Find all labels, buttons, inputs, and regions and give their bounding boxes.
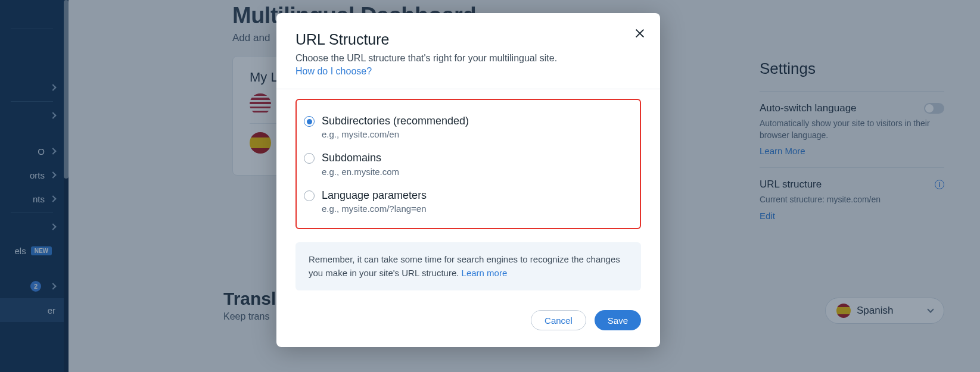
radio-label: Subdomains xyxy=(322,151,399,165)
radio-icon xyxy=(304,190,315,201)
radio-example: e.g., en.mysite.com xyxy=(322,167,399,177)
radio-example: e.g., mysite.com/en xyxy=(322,129,469,139)
radio-label: Subdirectories (recommended) xyxy=(322,114,469,128)
radio-icon xyxy=(304,116,315,127)
modal-footer: Cancel Save xyxy=(276,299,660,347)
radio-example: e.g., mysite.com/?lang=en xyxy=(322,204,427,214)
save-button[interactable]: Save xyxy=(595,310,641,330)
radio-label: Language parameters xyxy=(322,189,427,202)
close-icon[interactable] xyxy=(631,25,648,42)
modal-header: URL Structure Choose the URL structure t… xyxy=(276,13,660,89)
modal-subtitle: Choose the URL structure that's right fo… xyxy=(295,53,641,64)
radio-subdomains[interactable]: Subdomains e.g., en.mysite.com xyxy=(301,145,633,182)
radio-language-parameters[interactable]: Language parameters e.g., mysite.com/?la… xyxy=(301,183,633,220)
modal-body: Subdirectories (recommended) e.g., mysit… xyxy=(276,89,660,296)
learn-more-link[interactable]: Learn more xyxy=(462,268,508,278)
radio-subdirectories[interactable]: Subdirectories (recommended) e.g., mysit… xyxy=(301,108,633,145)
info-box: Remember, it can take some time for sear… xyxy=(295,242,641,290)
url-structure-modal: URL Structure Choose the URL structure t… xyxy=(276,13,660,347)
radio-icon xyxy=(304,153,315,164)
cancel-button[interactable]: Cancel xyxy=(531,310,586,330)
modal-title: URL Structure xyxy=(295,31,641,48)
radio-group-highlight: Subdirectories (recommended) e.g., mysit… xyxy=(295,99,641,229)
how-do-i-choose-link[interactable]: How do I choose? xyxy=(295,66,372,77)
